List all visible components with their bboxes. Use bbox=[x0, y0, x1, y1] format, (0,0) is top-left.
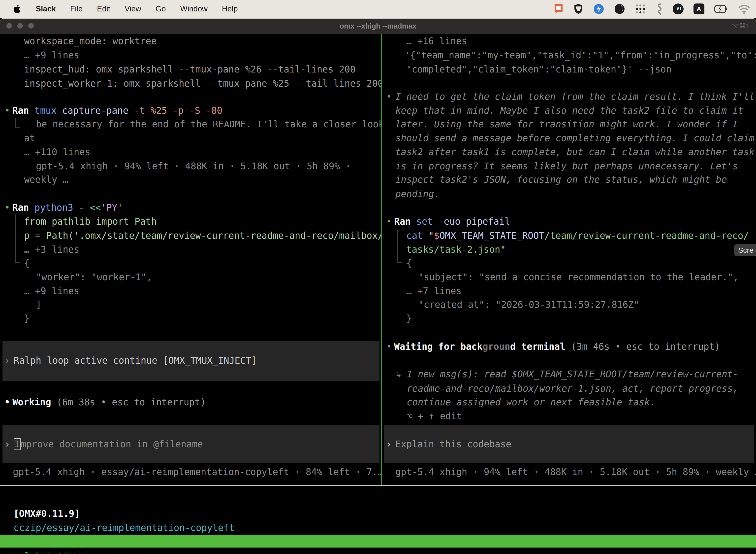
working-bullet: • bbox=[4, 395, 10, 409]
ralph-status-text: Ralph loop active continue [OMX_TMUX_INJ… bbox=[14, 353, 257, 368]
working-status-line: • Working (6m 38s • esc to interrupt) bbox=[0, 395, 206, 409]
command-flags: -p -S -80 bbox=[173, 104, 222, 118]
waiting-label: Waiting for back bbox=[394, 340, 483, 354]
terminal-line: … +7 lines bbox=[406, 284, 461, 298]
command-pane-id: %25 bbox=[150, 104, 173, 118]
terminal: workspace_mode: worktree … +9 lines insp… bbox=[0, 34, 756, 554]
thinking-line: later. Using the same for transition mig… bbox=[395, 117, 738, 131]
terminal-line: gpt-5.4 xhigh · 94% left · 488K in · 5.1… bbox=[36, 159, 351, 173]
battery-icon[interactable] bbox=[714, 3, 728, 14]
terminal-line: "subject": "send a concise recommendatio… bbox=[418, 270, 739, 284]
menubar-a-badge[interactable]: A bbox=[693, 3, 704, 14]
terminal-line: } bbox=[406, 312, 412, 326]
pane-hud[interactable]: workspace_mode: worktree … +9 lines insp… bbox=[0, 34, 381, 486]
run-bullet: • bbox=[4, 104, 10, 118]
omx-status-bar: [OMX#0.11.9] cczip/essay/ai-reimplementa… bbox=[2, 492, 235, 507]
command-line-cat-cont: tasks/task-2.json " bbox=[406, 242, 506, 257]
heredoc-operator: << bbox=[90, 201, 101, 215]
tmux-status-bar[interactable]: [omx-cczip0:bash* "MacBook-Pro-44.local"… bbox=[0, 535, 756, 548]
session-status-line: gpt-5.4 xhigh · essay/ai-reimplementatio… bbox=[13, 465, 381, 479]
terminal-line: inspect_worker-1: omx sparkshell --tmux-… bbox=[24, 76, 381, 91]
command-arg: - bbox=[79, 201, 90, 215]
thinking-line: should send a message before completing … bbox=[395, 131, 755, 145]
waiting-bullet: • bbox=[386, 340, 392, 354]
menu-go[interactable]: Go bbox=[155, 4, 166, 13]
waiting-status-line: • Waiting for back groun d terminal (3m … bbox=[382, 340, 720, 354]
command-name: set bbox=[416, 214, 438, 229]
output-corner-guide bbox=[15, 118, 20, 127]
menu-help[interactable]: Help bbox=[222, 4, 238, 13]
command-flags: -euo pipefail bbox=[438, 214, 510, 229]
prompt-chevron-icon: › bbox=[386, 437, 392, 451]
prompt-input-line[interactable]: › Explain this codebase bbox=[382, 437, 511, 451]
menubar: Slack File Edit View Go Window Help ..61… bbox=[0, 0, 756, 18]
terminal-line: } bbox=[24, 312, 29, 326]
command-arg: capture-pane bbox=[62, 104, 134, 118]
window-titlebar: omx --xhigh --madmax ⌥⌘1 bbox=[0, 18, 756, 34]
blue-badge-bolt-icon[interactable] bbox=[593, 3, 604, 14]
thinking-line: task2 after task1 is complete, but can I… bbox=[395, 145, 755, 159]
command-name: python3 bbox=[35, 201, 79, 215]
thinking-line: keep that in mind. Maybe I also need the… bbox=[395, 104, 743, 118]
indent-guide bbox=[15, 214, 20, 263]
prompt-chevron-icon: › bbox=[4, 437, 10, 451]
apple-menu-icon[interactable] bbox=[14, 4, 21, 13]
mailbox-msg-line: continue assigned work or next feasible … bbox=[407, 395, 655, 409]
terminal-line: … +9 lines bbox=[24, 284, 79, 298]
menu-file[interactable]: File bbox=[70, 4, 82, 13]
thinking-line: • I need to get the claim token from the… bbox=[382, 90, 755, 104]
terminal-line: "worker": "worker-1", bbox=[36, 270, 152, 284]
terminal-line: { bbox=[24, 256, 29, 270]
env-var-dollar: $ bbox=[434, 229, 439, 243]
omx-branch: cczip/essay/ai-reimplementation-copyleft bbox=[14, 522, 235, 533]
file-path: /team/review-current-readme-and-reco/ bbox=[545, 229, 749, 243]
crescent-circle-icon[interactable] bbox=[614, 3, 625, 14]
prompt-input-line[interactable]: › Improve documentation in @filename bbox=[0, 437, 203, 451]
return-arrow-icon: ↳ bbox=[396, 367, 401, 381]
indent-guide bbox=[397, 230, 402, 263]
mailbox-msg-line: ↳ 1 new msg(s): read $OMX_TEAM_STATE_ROO… bbox=[382, 367, 738, 381]
dots-grid-icon[interactable] bbox=[635, 3, 646, 14]
text-cursor: I bbox=[14, 438, 20, 450]
working-meta: (6m 38s • esc to interrupt) bbox=[51, 395, 206, 409]
code-line: from pathlib import Path bbox=[24, 214, 157, 229]
menu-edit[interactable]: Edit bbox=[97, 4, 110, 13]
wifi-icon[interactable] bbox=[738, 4, 750, 14]
waiting-label-shimmer: groun bbox=[483, 340, 510, 354]
squiggle-icon[interactable] bbox=[656, 3, 663, 15]
omx-version: [OMX#0.11.9] bbox=[14, 508, 80, 519]
prompt-placeholder: Explain this codebase bbox=[395, 437, 511, 451]
run-bullet: • bbox=[386, 214, 392, 229]
pane-worker[interactable]: … +16 lines '{"team_name":"my-team","tas… bbox=[382, 34, 756, 486]
prompt-placeholder: mprove documentation in @filename bbox=[20, 437, 203, 451]
menubar-count-badge[interactable]: ..61 bbox=[673, 3, 684, 14]
waiting-label: d terminal bbox=[510, 340, 566, 354]
screen-share-overlay[interactable]: Scre bbox=[734, 244, 756, 256]
chevron-icon: › bbox=[4, 353, 10, 368]
terminal-line: inspect_hud: omx sparkshell --tmux-pane … bbox=[24, 62, 356, 76]
ran-label: Ran bbox=[394, 214, 416, 229]
tmux-session-window[interactable]: [omx-cczip0:bash* bbox=[2, 548, 88, 554]
terminal-line: "created_at": "2026-03-31T11:59:27.816Z" bbox=[418, 297, 639, 312]
file-path: tasks/task-2.json bbox=[406, 242, 500, 257]
terminal-line: … +3 lines bbox=[24, 242, 79, 257]
shield-grid-icon[interactable] bbox=[573, 3, 583, 14]
waiting-meta: (3m 46s • esc to interrupt) bbox=[566, 340, 720, 354]
menu-app-name[interactable]: Slack bbox=[36, 4, 56, 13]
menu-view[interactable]: View bbox=[125, 4, 141, 13]
working-label: Working bbox=[12, 395, 51, 409]
thinking-line: inspect task2's JSON, focusing on the st… bbox=[395, 172, 727, 187]
menu-window[interactable]: Window bbox=[180, 4, 207, 13]
command-line-tmux: • Ran tmux capture-pane -t %25 -p -S -80 bbox=[0, 104, 223, 118]
terminal-line: ] bbox=[36, 297, 42, 312]
thinking-bullet: • bbox=[386, 90, 392, 104]
mailbox-msg-line: readme-and-reco/mailbox/worker-1.json, a… bbox=[407, 382, 738, 396]
screen-recording-indicator-icon[interactable] bbox=[554, 3, 564, 15]
code-line: p = Path('.omx/state/team/review-current… bbox=[24, 229, 381, 243]
command-name: tmux bbox=[35, 104, 62, 118]
ralph-status-line: › Ralph loop active continue [OMX_TMUX_I… bbox=[0, 353, 257, 368]
ran-label: Ran bbox=[12, 201, 35, 215]
terminal-line: "completed","claim_token":"claim-token"}… bbox=[406, 62, 672, 76]
command-line-cat: cat " $ OMX_TEAM_STATE_ROOT /team/review… bbox=[406, 229, 749, 243]
edit-hint-line: ⌥ + ↑ edit bbox=[407, 409, 462, 423]
